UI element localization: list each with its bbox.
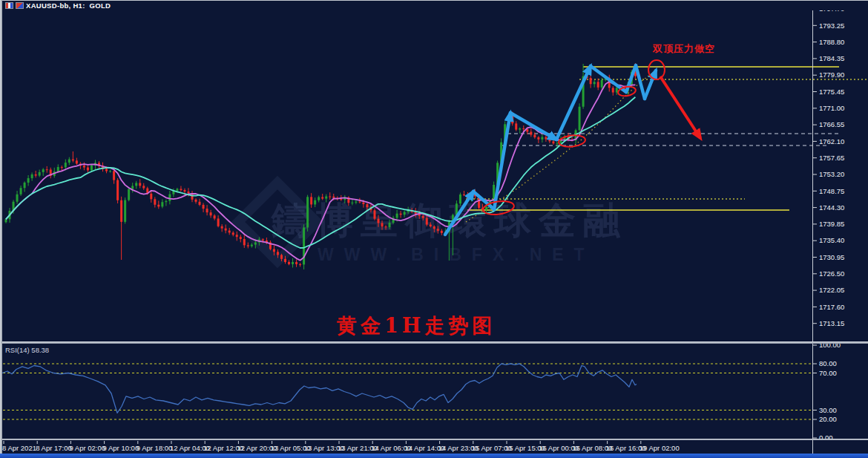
price-axis-label: 1722.05 (819, 286, 844, 294)
chart-window-title: XAUUSD-bb, H1: GOLD (26, 1, 111, 10)
price-axis-label: 1744.30 (819, 203, 844, 212)
price-axis-label: 1717.60 (819, 303, 844, 311)
price-axis-label: 1793.25 (819, 22, 844, 30)
price-axis-label: 1779.90 (819, 71, 844, 79)
panel-splitter-rsi-dates[interactable] (0, 439, 868, 440)
rsi-axis-label: 20.00 (819, 415, 837, 423)
zigzag-arrows (445, 65, 656, 235)
symbol-flag-icon-1 (5, 2, 13, 9)
window-border-top (0, 0, 868, 1)
price-axis-label: 1762.10 (819, 137, 844, 145)
price-axis-label: 1730.95 (819, 253, 844, 261)
time-axis: 8 Apr 20218 Apr 17:009 Apr 02:009 Apr 10… (2, 441, 680, 452)
price-axis-label: 1726.50 (819, 269, 844, 278)
price-axis-label: 1775.45 (819, 88, 844, 96)
time-axis-label: 9 Apr 18:00 (137, 444, 173, 452)
mt4-chart-window: XAUUSD-bb, H1: GOLD 鑄博皇御環球金融 WWW.BIBFX.N… (0, 0, 868, 458)
sell-direction-arrow[interactable] (660, 76, 700, 138)
price-axis-label: 1788.80 (819, 38, 844, 46)
trend-arrow-segment[interactable] (556, 66, 591, 140)
rsi-panel (2, 364, 812, 419)
window-border-left (0, 0, 2, 454)
rsi-axis-label: 30.00 (819, 406, 837, 414)
price-axis-label: 1735.40 (819, 236, 844, 244)
sell-arrow (660, 76, 700, 138)
price-axis-label: 1748.75 (819, 187, 844, 195)
time-axis-label: 9 Apr 02:00 (69, 444, 105, 452)
price-axis-label: 1766.55 (819, 120, 844, 128)
price-axis: 1797.701793.251788.801784.351779.901775.… (813, 4, 844, 327)
time-axis-label: 8 Apr 2021 (2, 444, 36, 452)
price-axis-label: 1713.15 (819, 319, 844, 327)
price-axis-label: 1771.00 (819, 104, 844, 112)
time-axis-label: 9 Apr 10:00 (103, 444, 139, 452)
rsi-line (2, 364, 637, 413)
chart-window-titlebar[interactable]: XAUUSD-bb, H1: GOLD (2, 1, 868, 10)
price-axis-label: 1753.20 (819, 170, 844, 178)
time-axis-label: 8 Apr 17:00 (36, 444, 72, 452)
rsi-axis-label: 80.00 (819, 359, 837, 367)
panel-splitter-main-rsi[interactable] (0, 341, 868, 344)
price-axis-label: 1757.65 (819, 154, 844, 162)
symbol-flag-icon-2 (16, 2, 24, 9)
price-axis-label: 1784.35 (819, 54, 844, 62)
price-axis-label: 1739.85 (819, 220, 844, 228)
rsi-axis-label: 70.00 (819, 369, 837, 377)
time-axis-label: 19 Apr 02:00 (640, 444, 680, 452)
chart-canvas[interactable]: 1797.701793.251788.801784.351779.901775.… (0, 0, 868, 458)
ma-fast-line (6, 82, 635, 261)
rsi-axis-label: 0.00 (819, 434, 833, 442)
ma-slow-line (6, 97, 635, 248)
candles (5, 63, 637, 269)
trend-arrow-segment[interactable] (636, 65, 645, 99)
rsi-indicator-label: RSI(14) 58.38 (5, 346, 49, 354)
trend-arrow-segment[interactable] (510, 113, 556, 140)
taskbar-strip (0, 454, 868, 458)
rsi-axis: 100.0080.0070.0030.0020.000.00 (813, 341, 841, 442)
trend-arrow-segment[interactable] (494, 113, 510, 209)
